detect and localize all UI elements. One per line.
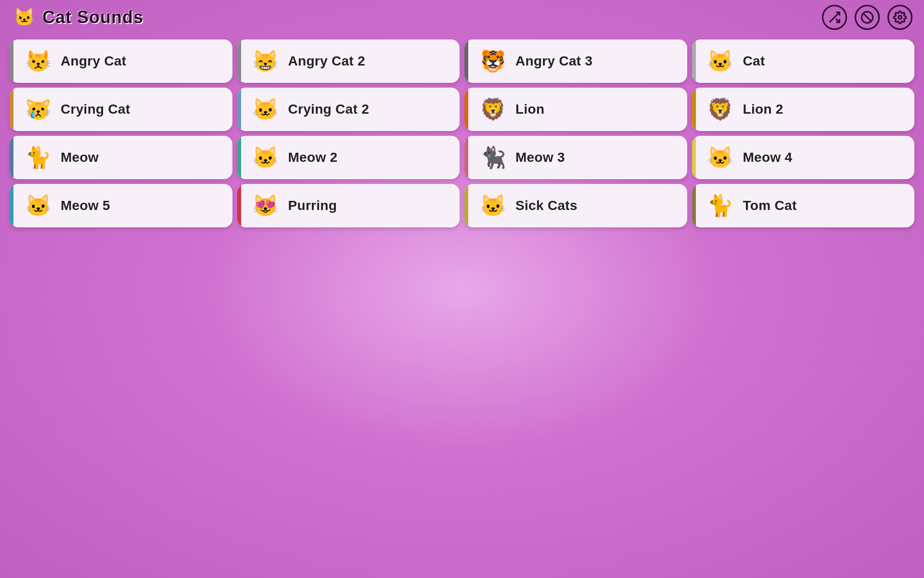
sound-icon-sick-cats: 🐱 (478, 191, 508, 221)
app-title: Cat Sounds (42, 7, 143, 27)
sound-label-meow-5: Meow 5 (61, 198, 110, 213)
sound-button-sick-cats[interactable]: 🐱Sick Cats (464, 184, 687, 227)
sound-button-crying-cat[interactable]: 😿Crying Cat (10, 88, 232, 131)
sound-icon-lion-2: 🦁 (706, 94, 735, 124)
sound-label-tom-cat: Tom Cat (743, 198, 797, 213)
sound-label-lion-2: Lion 2 (743, 102, 783, 117)
sound-button-cat[interactable]: 🐱Cat (692, 39, 915, 83)
sound-label-crying-cat-2: Crying Cat 2 (288, 102, 370, 117)
sound-button-lion-2[interactable]: 🦁Lion 2 (692, 88, 915, 131)
sound-icon-angry-cat: 😾 (23, 46, 53, 76)
sound-button-angry-cat[interactable]: 😾Angry Cat (10, 39, 232, 83)
sound-icon-angry-cat-3: 🐯 (478, 46, 508, 76)
sound-button-meow-5[interactable]: 🐱Meow 5 (10, 184, 232, 227)
cancel-button[interactable] (855, 5, 880, 30)
sound-label-meow-3: Meow 3 (515, 150, 565, 165)
sound-label-angry-cat: Angry Cat (61, 53, 127, 69)
header-left: 🐱 Cat Sounds (12, 5, 143, 30)
sound-icon-meow: 🐈 (23, 143, 53, 172)
sounds-grid: 😾Angry Cat😸Angry Cat 2🐯Angry Cat 3🐱Cat😿C… (0, 35, 924, 237)
shuffle-button[interactable] (822, 5, 847, 30)
sound-button-meow-2[interactable]: 🐱Meow 2 (237, 136, 460, 179)
sound-button-tom-cat[interactable]: 🐈Tom Cat (692, 184, 915, 227)
sound-button-purring[interactable]: 😻Purring (237, 184, 460, 227)
sound-label-sick-cats: Sick Cats (515, 198, 578, 213)
sound-label-angry-cat-2: Angry Cat 2 (288, 53, 365, 69)
sound-button-angry-cat-2[interactable]: 😸Angry Cat 2 (237, 39, 460, 83)
sound-icon-purring: 😻 (251, 191, 281, 221)
app-logo-icon: 🐱 (12, 5, 37, 30)
sound-button-meow-3[interactable]: 🐈‍⬛Meow 3 (464, 136, 687, 179)
header-right (822, 5, 912, 30)
sound-icon-meow-2: 🐱 (251, 143, 281, 172)
sound-icon-meow-4: 🐱 (706, 143, 735, 172)
sound-label-angry-cat-3: Angry Cat 3 (515, 53, 592, 69)
sound-label-crying-cat: Crying Cat (61, 102, 130, 117)
sound-label-meow: Meow (61, 150, 99, 165)
sound-button-angry-cat-3[interactable]: 🐯Angry Cat 3 (464, 39, 687, 83)
sound-icon-meow-3: 🐈‍⬛ (478, 143, 508, 172)
sound-icon-lion: 🦁 (478, 94, 508, 124)
sound-label-purring: Purring (288, 198, 337, 213)
sound-icon-tom-cat: 🐈 (706, 191, 735, 221)
sound-label-meow-4: Meow 4 (743, 150, 793, 165)
sound-icon-meow-5: 🐱 (23, 191, 53, 221)
sound-button-lion[interactable]: 🦁Lion (464, 88, 687, 131)
svg-line-3 (863, 13, 871, 21)
sound-icon-cat: 🐱 (706, 46, 735, 76)
sound-label-lion: Lion (515, 102, 544, 117)
app-header: 🐱 Cat Sounds (0, 0, 924, 35)
sound-icon-crying-cat: 😿 (23, 94, 53, 124)
sound-label-cat: Cat (743, 53, 765, 69)
sound-button-meow-4[interactable]: 🐱Meow 4 (692, 136, 915, 179)
sound-button-crying-cat-2[interactable]: 🐱Crying Cat 2 (237, 88, 460, 131)
sound-icon-crying-cat-2: 🐱 (251, 94, 281, 124)
sound-label-meow-2: Meow 2 (288, 150, 338, 165)
sound-icon-angry-cat-2: 😸 (251, 46, 281, 76)
sound-button-meow[interactable]: 🐈Meow (10, 136, 232, 179)
svg-point-4 (898, 16, 902, 19)
settings-button[interactable] (887, 5, 912, 30)
